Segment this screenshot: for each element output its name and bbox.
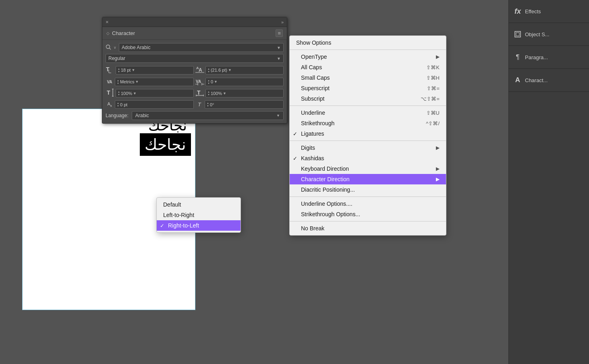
- menu-item-opentype[interactable]: OpenType ▶: [290, 52, 446, 62]
- horizontal-scale-up[interactable]: ▲: [207, 91, 210, 93]
- vertical-scale-down[interactable]: ▼: [118, 93, 120, 96]
- menu-item-show-options[interactable]: Show Options: [290, 37, 446, 48]
- size-leading-row: T ▲ ▼ 18 pt ▼ A: [106, 65, 284, 75]
- skew-down[interactable]: ▼: [207, 105, 209, 107]
- leading-up[interactable]: ▲: [207, 68, 210, 70]
- menu-item-diacritic-positioning[interactable]: Diacritic Positioning...: [290, 184, 446, 195]
- horizontal-scale-down[interactable]: ▼: [207, 93, 210, 96]
- ligatures-label: Ligatures: [301, 130, 324, 137]
- baseline-spinners[interactable]: ▲ ▼: [117, 102, 119, 107]
- baseline-up[interactable]: ▲: [117, 102, 119, 104]
- superscript-label: Superscript: [301, 85, 330, 91]
- svg-text:T: T: [107, 89, 110, 96]
- effects-label: Effects: [525, 8, 541, 14]
- tracking-spinners[interactable]: ▲ ▼: [207, 79, 210, 85]
- menu-item-kashidas[interactable]: ✓ Kashidas: [290, 153, 446, 163]
- vertical-scale-spinners[interactable]: ▲ ▼: [118, 91, 120, 96]
- baseline-down[interactable]: ▼: [117, 105, 119, 107]
- leading-icon: A A: [195, 65, 204, 75]
- leading-field[interactable]: ▲ ▼ (21.6 pt) ▼: [205, 66, 284, 74]
- right-panel-object-styles[interactable]: Object S...: [509, 23, 589, 46]
- horizontal-scale-spinners[interactable]: ▲ ▼: [207, 91, 210, 96]
- right-panel-effects[interactable]: fx Effects: [509, 0, 589, 23]
- baseline-field[interactable]: ▲ ▼ 0 pt: [115, 100, 194, 109]
- underline-label: Underline: [301, 110, 325, 116]
- skew-field[interactable]: ▲ ▼ 0°: [205, 100, 284, 109]
- all-caps-shortcut: ⇧⌘K: [426, 64, 440, 70]
- horizontal-scale-field[interactable]: ▲ ▼ 100% ▼: [205, 89, 284, 97]
- leading-spinners[interactable]: ▲ ▼: [207, 68, 210, 73]
- menu-item-character-direction[interactable]: Character Direction ▶: [290, 174, 446, 184]
- kerning-down[interactable]: ▼: [117, 82, 119, 85]
- tracking-down[interactable]: ▼: [207, 82, 210, 85]
- character-panel: × » ◇ Character ≡ ∨ Adobe Arabic ▼ Regul…: [102, 17, 287, 124]
- vertical-scale-icon: T: [106, 88, 114, 98]
- horizontal-scale-group: T ▲ ▼ 100% ▼: [195, 88, 284, 98]
- vertical-scale-group: T ▲ ▼ 100% ▼: [106, 88, 194, 98]
- font-name-dropdown-arrow: ▼: [277, 46, 281, 50]
- leading-dropdown-arrow[interactable]: ▼: [228, 68, 232, 72]
- menu-item-keyboard-direction[interactable]: Keyboard Direction ▶: [290, 163, 446, 174]
- horizontal-scale-dropdown-arrow[interactable]: ▼: [223, 91, 226, 95]
- panel-close-button[interactable]: ×: [106, 19, 109, 25]
- leading-value: (21.6 pt): [211, 68, 227, 72]
- menu-item-ligatures[interactable]: ✓ Ligatures: [290, 128, 446, 139]
- menu-item-no-break[interactable]: No Break: [290, 223, 446, 234]
- skew-icon: T: [195, 101, 203, 108]
- tracking-dropdown-arrow[interactable]: ▼: [214, 80, 218, 84]
- panel-titlebar: × »: [102, 17, 287, 27]
- submenu-item-right-to-left[interactable]: ✓ Right-to-Left: [157, 220, 241, 231]
- skew-up[interactable]: ▲: [207, 102, 209, 104]
- font-name-row: ∨ Adobe Arabic ▼: [106, 43, 284, 52]
- font-size-up[interactable]: ▲: [118, 68, 120, 70]
- menu-item-underline[interactable]: Underline ⇧⌘U: [290, 108, 446, 118]
- tracking-up[interactable]: ▲: [207, 79, 210, 82]
- font-name-select[interactable]: Adobe Arabic ▼: [119, 43, 284, 52]
- font-size-down[interactable]: ▼: [118, 70, 120, 73]
- kerning-up[interactable]: ▲: [117, 79, 119, 82]
- default-label: Default: [163, 201, 181, 208]
- effects-icon: fx: [514, 7, 522, 15]
- vertical-scale-up[interactable]: ▲: [118, 91, 120, 93]
- leading-down[interactable]: ▼: [207, 70, 210, 73]
- object-styles-icon: [514, 30, 522, 38]
- menu-item-underline-options[interactable]: Underline Options....: [290, 199, 446, 209]
- vertical-scale-dropdown-arrow[interactable]: ▼: [133, 91, 137, 95]
- right-to-left-check-icon: ✓: [160, 223, 164, 229]
- underline-shortcut: ⇧⌘U: [426, 110, 440, 116]
- font-size-dropdown-arrow[interactable]: ▼: [131, 68, 135, 72]
- menu-item-strikethrough[interactable]: Strikethrough ^⇧⌘/: [290, 118, 446, 128]
- font-style-row: Regular ▼: [106, 54, 284, 63]
- font-search-icon: [106, 44, 111, 51]
- submenu-item-default[interactable]: Default: [157, 199, 241, 210]
- panel-collapse-button[interactable]: »: [281, 20, 284, 25]
- paragraph-icon: ¶: [514, 53, 522, 61]
- menu-item-subscript[interactable]: Subscript ⌥⇧⌘=: [290, 93, 446, 104]
- leading-group: A A ▲ ▼ (21.6 pt) ▼: [195, 65, 284, 75]
- font-size-spinners[interactable]: ▲ ▼: [118, 68, 120, 73]
- panel-menu-button[interactable]: ≡: [276, 29, 283, 37]
- kerning-field[interactable]: ▲ ▼ Metrics ▼: [115, 78, 194, 86]
- right-panel-paragraph[interactable]: ¶ Paragra...: [509, 46, 589, 69]
- skew-spinners[interactable]: ▲ ▼: [207, 102, 209, 107]
- font-size-group: T ▲ ▼ 18 pt ▼: [106, 65, 194, 75]
- menu-item-small-caps[interactable]: Small Caps ⇧⌘H: [290, 72, 446, 83]
- font-style-select[interactable]: Regular ▼: [106, 54, 284, 63]
- diacritic-positioning-label: Diacritic Positioning...: [301, 186, 355, 193]
- right-panel-character[interactable]: A Charact...: [509, 69, 589, 92]
- vertical-scale-field[interactable]: ▲ ▼ 100% ▼: [116, 89, 194, 97]
- menu-item-strikethrough-options[interactable]: Strikethrough Options...: [290, 209, 446, 219]
- menu-item-digits[interactable]: Digits ▶: [290, 143, 446, 153]
- kerning-spinners[interactable]: ▲ ▼: [117, 79, 119, 85]
- submenu-item-left-to-right[interactable]: Left-to-Right: [157, 210, 241, 220]
- language-select[interactable]: Arabic ▼: [132, 111, 284, 120]
- right-panel: fx Effects Object S... ¶ Paragra... A Ch…: [508, 0, 589, 364]
- baseline-group: Aa ▲ ▼ 0 pt: [106, 100, 194, 109]
- menu-item-superscript[interactable]: Superscript ⇧⌘=: [290, 83, 446, 93]
- tracking-field[interactable]: ▲ ▼ 0 ▼: [205, 78, 284, 86]
- superscript-shortcut: ⇧⌘=: [427, 85, 440, 91]
- menu-item-all-caps[interactable]: All Caps ⇧⌘K: [290, 62, 446, 72]
- kerning-dropdown-arrow[interactable]: ▼: [135, 80, 139, 84]
- font-size-field[interactable]: ▲ ▼ 18 pt ▼: [116, 66, 194, 74]
- horizontal-scale-value: 100%: [211, 91, 222, 96]
